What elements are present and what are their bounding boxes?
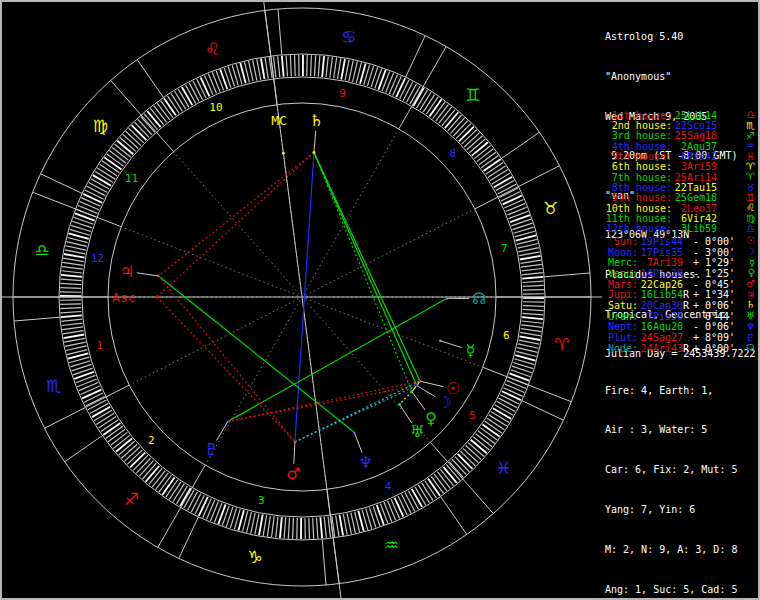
degree-tick [402,494,411,513]
degree-tick [521,268,542,270]
chart-statistics: Fire: 4, Earth: 1, Air : 3, Water: 5 Car… [605,357,758,600]
degree-tick [293,518,294,539]
house-number-9: 9 [339,87,346,100]
house-cusp-value: 6Vir42 [672,213,717,224]
sign-boundary-line [322,539,326,585]
planet-icon: ♀ [748,268,755,278]
degree-tick [81,198,100,207]
degree-tick [309,518,310,539]
midheaven-axis [264,2,341,598]
degree-tick [497,402,516,412]
degree-tick [520,256,541,260]
degree-tick [210,502,218,521]
sign-boundary-line [522,401,564,421]
sign-glyph-cancer: ♋ [341,27,356,47]
house-cusp-line-2 [129,299,298,385]
degree-tick [400,80,409,99]
degree-tick [339,515,343,536]
degree-tick [518,244,538,249]
planet-row: Sun: 19Pis44 - 0°00' ☉ [605,236,758,247]
degree-tick [77,379,97,387]
planet-icon: ♆ [746,322,755,332]
house-row: 3rd house: 25Sag18 ♐ [605,131,758,141]
degree-tick [207,500,215,519]
degree-tick [96,413,114,424]
planet-glyph-mercury: ☿ [466,341,476,360]
aspect-line-saturn-sun [314,152,420,381]
degree-tick [64,254,85,258]
degree-tick [522,273,543,275]
planet-position: 22Cap26 [638,279,683,290]
degree-tick [523,290,544,291]
degree-tick [522,277,543,279]
house-label: 3rd house: [605,130,672,141]
degree-tick [175,91,186,109]
house-cusp-line-9 [304,129,399,294]
planet-speed: + 1°29' [693,257,739,268]
degree-tick [522,317,543,319]
planet-position: 16Aqu20 [638,321,683,332]
degree-tick [61,271,82,273]
sign-boundary-line [406,36,426,78]
planet-glyph-moon: ☽ [437,393,451,412]
house-label: 11th house: [605,213,672,224]
house-number-5: 5 [469,409,476,422]
degree-tick [505,384,524,392]
planet-dot-asc [156,296,159,299]
degree-tick [506,203,525,211]
degree-tick [64,338,85,342]
degree-tick [420,92,431,110]
house-cusp-value: 3Lib59 [672,223,717,234]
house-cusp-value: 25Gem18 [672,192,717,203]
house-row: 4th house: 2Aqu37 ♒ [605,141,758,151]
house-number-12: 12 [91,252,104,265]
planet-icon: ☉ [746,236,755,246]
degree-tick [405,493,415,512]
planet-speed: - 0°45' [693,279,739,290]
sign-glyph-pisces: ♓ [496,458,511,478]
degree-tick [267,516,270,537]
planet-position: 24Ari43 [638,343,683,354]
zodiac-sign-icon: ♎ [746,224,755,234]
degree-tick [284,517,286,538]
degree-tick [413,88,424,106]
house-row: 8th house: 22Tau15 ♉ [605,182,758,192]
planet-pointer-neptune [354,432,362,453]
planet-position: 24Sag27 [638,332,683,343]
degree-tick [65,342,86,346]
planet-table: Sun: 19Pis44 - 0°00' ☉ Moon: 17Pis35 - 3… [605,236,758,354]
zodiac-sign-icon: ♎ [746,110,755,120]
planet-glyph-pluto: ♇ [204,440,218,459]
planet-glyph-node: ☊ [472,289,486,308]
degree-tick [393,76,402,95]
degree-tick [61,279,82,281]
sign-boundary-line [278,9,282,55]
degree-tick [389,75,397,94]
house-label: 10th house: [605,203,672,214]
house-label: 7th house: [605,172,672,183]
planet-icon: ♅ [746,311,755,321]
degree-tick [61,319,82,321]
degree-tick [265,58,268,79]
planet-row: Nept: 16Aqu20 - 0°06' ♆ [605,322,758,333]
stat-hemispheres: M: 2, N: 9, A: 3, D: 8 [605,543,758,556]
degree-tick [60,304,81,305]
planet-pointer-venus [412,392,425,410]
sign-boundary-line [179,517,199,559]
astrolog-window: ♈♉♊♋♌♍♎♏♐♑♒♓123456789101112☉☽☿♀♂♃♄♅♆♇☊MC… [0,0,760,600]
degree-tick [75,213,95,220]
house-label: 5th house: [605,151,672,162]
degree-tick [407,84,417,103]
planet-row: Merc: 7Ari39 + 1°29' ☿ [605,257,758,268]
planet-row: Venu: 14Pis28 - 1°25' ♀ [605,268,758,279]
degree-tick [493,408,511,419]
degree-tick [201,77,210,96]
house-cusp-value: 25Sag18 [672,130,717,141]
planet-label: Jupi: [605,289,638,300]
degree-tick [286,56,287,77]
house-cusp-value: 6Pis42 [672,151,717,162]
degree-tick [62,327,83,330]
degree-tick [520,332,541,335]
degree-tick [84,393,103,402]
zodiac-sign-icon: ♌ [746,203,755,213]
